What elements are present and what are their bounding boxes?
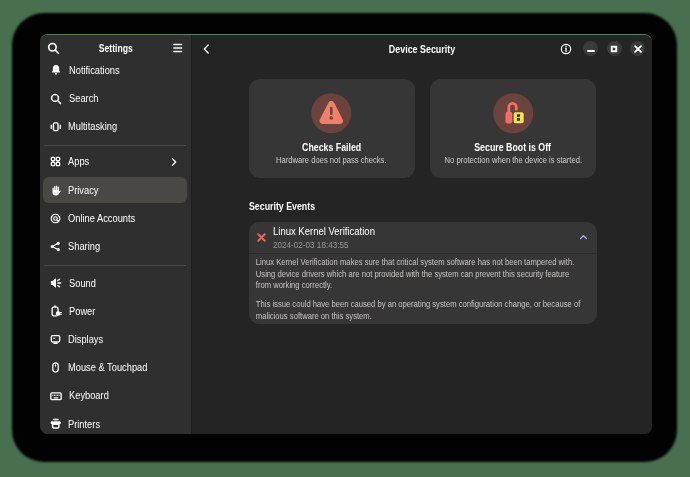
sidebar-item-search[interactable]: Search <box>43 85 187 111</box>
headerbar-controls <box>557 35 645 63</box>
event-title: Linux Kernel Verification <box>273 226 375 238</box>
sidebar-list: Notifications Search Multitasking <box>43 57 187 434</box>
sidebar-item-label: Privacy <box>68 185 99 196</box>
search-icon <box>50 93 62 105</box>
back-button[interactable] <box>196 39 216 59</box>
sidebar-item-label: Sharing <box>68 241 100 252</box>
hamburger-menu-icon <box>172 43 184 53</box>
hand-icon <box>50 185 61 196</box>
sidebar: Settings Notif <box>40 35 193 435</box>
info-icon <box>560 43 572 55</box>
apps-grid-icon <box>50 156 61 167</box>
maximize-icon <box>610 45 618 53</box>
sidebar-item-mouse-touchpad[interactable]: Mouse & Touchpad <box>43 355 187 381</box>
search-icon <box>47 42 60 55</box>
sidebar-item-keyboard[interactable]: Keyboard <box>43 383 187 409</box>
sidebar-item-label: Sound <box>69 278 96 289</box>
failed-x-icon <box>257 233 266 242</box>
multitasking-icon <box>50 121 62 133</box>
minimize-button[interactable] <box>583 41 598 56</box>
app-title: Settings <box>50 43 180 54</box>
sidebar-item-label: Online Accounts <box>68 213 135 224</box>
sidebar-item-label: Mouse & Touchpad <box>68 362 147 373</box>
card-subtitle: No protection when the device is started… <box>444 155 581 165</box>
sidebar-item-label: Power <box>69 306 95 317</box>
sidebar-item-label: Apps <box>68 156 89 167</box>
checks-failed-card: Checks Failed Hardware does not pass che… <box>249 79 415 178</box>
status-cards: Checks Failed Hardware does not pass che… <box>249 79 597 178</box>
secure-boot-card: Secure Boot is Off No protection when th… <box>430 79 596 178</box>
share-icon <box>50 241 61 252</box>
sidebar-item-label: Printers <box>68 419 100 430</box>
chevron-right-icon <box>169 157 179 167</box>
sidebar-item-online-accounts[interactable]: Online Accounts <box>43 205 187 231</box>
main-pane: Device Security <box>192 35 652 435</box>
sidebar-item-displays[interactable]: Displays <box>43 326 187 352</box>
event-description-paragraph: This issue could have been caused by an … <box>255 299 582 322</box>
card-title: Secure Boot is Off <box>475 142 552 153</box>
display-icon <box>50 334 61 345</box>
sidebar-item-label: Displays <box>68 334 103 345</box>
sidebar-item-multitasking[interactable]: Multitasking <box>43 114 187 140</box>
event-description: Linux Kernel Verification makes sure tha… <box>249 254 590 324</box>
sidebar-item-privacy[interactable]: Privacy <box>43 177 187 203</box>
close-button[interactable] <box>630 41 645 56</box>
sidebar-headerbar: Settings <box>40 35 192 62</box>
close-icon <box>634 45 642 53</box>
unlocked-padlock-icon <box>493 93 534 134</box>
warning-triangle-icon <box>311 93 352 134</box>
sidebar-item-apps[interactable]: Apps <box>43 149 187 175</box>
minimize-icon <box>587 45 595 53</box>
card-title: Checks Failed <box>302 142 361 153</box>
sidebar-item-label: Keyboard <box>69 390 109 401</box>
sidebar-separator <box>44 265 186 266</box>
event-titles: Linux Kernel Verification 2024-02-03 18:… <box>273 226 380 251</box>
sidebar-item-label: Multitasking <box>68 121 117 132</box>
search-button[interactable] <box>43 38 63 58</box>
collapse-button[interactable] <box>578 232 590 243</box>
sidebar-item-sound[interactable]: Sound <box>43 270 187 296</box>
speaker-icon <box>50 277 62 289</box>
settings-window: Settings Notif <box>40 34 653 435</box>
maximize-button[interactable] <box>607 41 622 56</box>
mouse-icon <box>50 362 61 373</box>
at-icon <box>50 213 61 224</box>
main-menu-button[interactable] <box>168 38 188 58</box>
sidebar-item-printers[interactable]: Printers <box>43 411 187 434</box>
section-title: Security Events <box>249 201 315 213</box>
sidebar-item-sharing[interactable]: Sharing <box>43 233 187 259</box>
sidebar-item-label: Notifications <box>69 65 120 76</box>
security-event-row[interactable]: Linux Kernel Verification 2024-02-03 18:… <box>249 222 597 253</box>
printer-icon <box>50 418 62 430</box>
sidebar-item-power[interactable]: Power <box>43 298 187 324</box>
chevron-up-icon <box>578 232 589 242</box>
event-timestamp: 2024-02-03 18:43:55 <box>273 240 367 251</box>
event-description-paragraph: Linux Kernel Verification makes sure tha… <box>255 257 582 292</box>
sidebar-separator <box>44 145 186 146</box>
card-subtitle: Hardware does not pass checks. <box>276 155 386 165</box>
security-events-list: Linux Kernel Verification 2024-02-03 18:… <box>249 222 597 324</box>
battery-icon <box>50 305 62 317</box>
sidebar-item-label: Search <box>69 93 98 104</box>
main-headerbar: Device Security <box>192 35 652 64</box>
bell-icon <box>50 64 62 76</box>
back-chevron-icon <box>201 43 212 55</box>
keyboard-icon <box>50 391 62 402</box>
info-button[interactable] <box>557 40 575 58</box>
